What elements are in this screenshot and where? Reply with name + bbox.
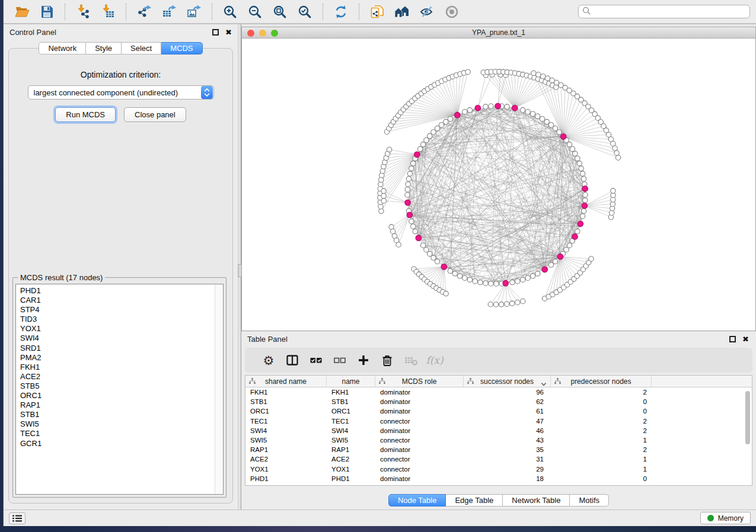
- maximize-window-icon[interactable]: [271, 30, 278, 37]
- mcds-result-item[interactable]: STB5: [20, 382, 215, 391]
- mcds-result-item[interactable]: SWI4: [20, 334, 215, 343]
- mcds-list-scrollbar[interactable]: [215, 284, 223, 494]
- apply-layout-icon[interactable]: [331, 2, 350, 21]
- mcds-result-item[interactable]: SRD1: [20, 344, 215, 353]
- column-label: shared name: [265, 377, 307, 386]
- column-header-shared-name[interactable]: shared name: [245, 376, 327, 387]
- table-row[interactable]: STB1STB1dominator620: [245, 397, 752, 406]
- import-table-icon[interactable]: [98, 2, 117, 21]
- zoom-in-icon[interactable]: [221, 2, 240, 21]
- zoom-out-icon[interactable]: [245, 2, 264, 21]
- table-row[interactable]: TEC1TEC1connector472: [245, 416, 752, 426]
- mcds-result-item[interactable]: STB1: [20, 410, 215, 419]
- close-table-panel-icon[interactable]: ✖: [742, 336, 749, 342]
- graphics-details-icon[interactable]: [442, 2, 461, 21]
- column-header-MCDS-role[interactable]: MCDS role: [375, 376, 464, 387]
- table-row[interactable]: SWI4SWI4dominator462: [245, 426, 752, 435]
- mcds-result-item[interactable]: FKH1: [20, 363, 215, 372]
- mcds-result-item[interactable]: RAP1: [20, 400, 215, 410]
- deselect-all-icon[interactable]: [328, 351, 352, 369]
- table-row[interactable]: PHD1PHD1dominator180: [245, 474, 752, 483]
- search-input[interactable]: [591, 8, 746, 16]
- import-network-icon[interactable]: [74, 2, 92, 21]
- mcds-result-item[interactable]: PMA2: [20, 353, 215, 363]
- table-mode-gear-icon[interactable]: ⚙: [257, 351, 280, 369]
- cell-mcds_role: dominator: [375, 389, 464, 396]
- task-history-button[interactable]: [9, 512, 25, 524]
- column-header-predecessor-nodes[interactable]: predecessor nodes: [551, 376, 652, 387]
- export-network-icon[interactable]: [135, 2, 154, 21]
- minimize-window-icon[interactable]: [259, 30, 266, 37]
- zoom-fit-icon[interactable]: [270, 2, 289, 21]
- float-panel-icon[interactable]: [212, 29, 219, 36]
- cell-shared_name: RAP1: [245, 446, 327, 453]
- export-image-icon[interactable]: [184, 2, 203, 21]
- mcds-result-item[interactable]: CAR1: [20, 296, 215, 305]
- control-panel-header: Control Panel ✖: [4, 24, 238, 40]
- column-header-successor-nodes[interactable]: successor nodes: [464, 376, 551, 387]
- window-traffic-lights: [247, 30, 278, 37]
- network-title-bar: YPA_prune.txt_1: [241, 27, 756, 39]
- criterion-select[interactable]: largest connected component (undirected): [28, 85, 214, 100]
- mcds-result-item[interactable]: TEC1: [20, 429, 215, 438]
- search-box[interactable]: [578, 5, 750, 18]
- table-row[interactable]: SWI5SWI5connector431: [245, 435, 752, 445]
- table-panel-actions: ✖: [729, 336, 749, 342]
- cell-name: SWI5: [327, 437, 375, 444]
- zoom-selected-icon[interactable]: [295, 2, 314, 21]
- tab-style[interactable]: Style: [86, 42, 122, 55]
- cell-name: RAP1: [327, 446, 375, 453]
- show-columns-icon[interactable]: [280, 351, 304, 369]
- open-file-icon[interactable]: [12, 2, 31, 21]
- cell-name: PHD1: [327, 475, 375, 482]
- new-network-from-selection-icon[interactable]: [368, 2, 387, 21]
- cell-name: FKH1: [327, 389, 375, 396]
- add-column-icon[interactable]: [352, 351, 375, 369]
- close-panel-button[interactable]: Close panel: [124, 107, 186, 122]
- cell-name: STB1: [327, 398, 375, 405]
- table-scrollbar-thumb[interactable]: [745, 391, 750, 444]
- tree-icon: [467, 378, 474, 386]
- mcds-result-item[interactable]: GCR1: [20, 439, 215, 448]
- save-session-icon[interactable]: [37, 2, 56, 21]
- run-mcds-button[interactable]: Run MCDS: [55, 107, 116, 122]
- table-row[interactable]: RAP1RAP1dominator352: [245, 445, 752, 454]
- tab-network-table[interactable]: Network Table: [503, 494, 570, 507]
- mcds-result-item[interactable]: ORC1: [20, 391, 215, 400]
- tab-mcds[interactable]: MCDS: [161, 42, 202, 55]
- mcds-result-item[interactable]: YOX1: [20, 324, 215, 334]
- mcds-result-item[interactable]: PHD1: [20, 286, 215, 296]
- cell-successor_nodes: 31: [464, 456, 551, 463]
- mcds-result-item[interactable]: STP4: [20, 305, 215, 315]
- mcds-result-item[interactable]: TID3: [20, 315, 215, 324]
- cell-predecessor_nodes: 2: [551, 418, 652, 425]
- memory-button[interactable]: Memory: [700, 512, 751, 524]
- delete-table-icon: [399, 351, 423, 369]
- tab-network[interactable]: Network: [39, 42, 86, 55]
- network-canvas[interactable]: [241, 39, 756, 331]
- column-header-name[interactable]: name: [327, 376, 375, 387]
- tab-edge-table[interactable]: Edge Table: [446, 494, 503, 507]
- first-neighbors-icon[interactable]: [393, 2, 412, 21]
- close-window-icon[interactable]: [247, 30, 254, 37]
- table-row[interactable]: YOX1YOX1connector291: [245, 464, 752, 474]
- export-table-icon[interactable]: [160, 2, 178, 21]
- mcds-result-item[interactable]: SWI5: [20, 419, 215, 429]
- cell-successor_nodes: 47: [464, 418, 551, 425]
- select-all-icon[interactable]: [304, 351, 328, 369]
- close-panel-icon[interactable]: ✖: [225, 29, 232, 36]
- table-row[interactable]: FKH1FKH1dominator962: [245, 387, 752, 397]
- tab-node-table[interactable]: Node Table: [388, 494, 446, 507]
- tab-select[interactable]: Select: [122, 42, 161, 55]
- toolbar-separator: [65, 4, 65, 20]
- memory-label: Memory: [718, 514, 744, 523]
- column-label: MCDS role: [402, 377, 437, 386]
- table-row[interactable]: ACE2ACE2connector311: [245, 454, 752, 464]
- hide-selected-icon[interactable]: [417, 2, 436, 21]
- mcds-result-item[interactable]: ACE2: [20, 372, 215, 382]
- delete-column-icon[interactable]: [375, 351, 399, 369]
- tab-motifs[interactable]: Motifs: [570, 494, 609, 507]
- cell-shared_name: ACE2: [245, 456, 327, 463]
- table-row[interactable]: ORC1ORC1dominator610: [245, 406, 752, 416]
- float-table-panel-icon[interactable]: [729, 336, 736, 342]
